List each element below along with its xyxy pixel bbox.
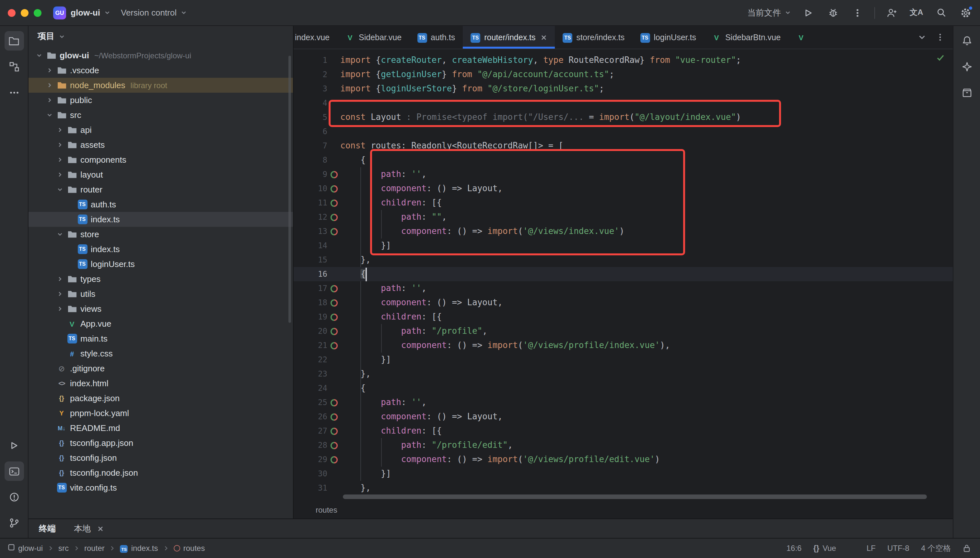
horizontal-scrollbar[interactable]	[343, 494, 927, 499]
line-number[interactable]: 10	[294, 181, 327, 196]
more-actions-button[interactable]	[850, 5, 865, 20]
close-window-button[interactable]	[8, 9, 16, 16]
project-tree-scrollbar[interactable]	[289, 56, 291, 323]
tree-item-tsconfig-app-json[interactable]: {}tsconfig.app.json	[28, 435, 293, 450]
code-line-18[interactable]: 18 component: () => Layout,	[294, 295, 953, 310]
minimize-window-button[interactable]	[21, 9, 28, 16]
gutter-marker-icon[interactable]	[327, 324, 340, 338]
tree-item-index-ts[interactable]: TSindex.ts	[28, 212, 293, 227]
tree-item-glow-ui[interactable]: glow-ui~/WebstormProjects/glow-ui	[28, 48, 293, 63]
indent-widget[interactable]: 4 个空格	[921, 543, 951, 554]
line-number[interactable]: 15	[294, 253, 327, 267]
gutter-marker-icon[interactable]	[327, 424, 340, 438]
dependencies-tool-window-icon[interactable]	[957, 83, 977, 102]
terminal-tab-local[interactable]: 本地	[67, 523, 110, 534]
line-number[interactable]: 17	[294, 281, 327, 295]
code-line-21[interactable]: 21 component: () => import('@/views/prof…	[294, 338, 953, 353]
line-number[interactable]: 20	[294, 324, 327, 338]
close-icon[interactable]	[97, 525, 104, 532]
tree-item-app-vue[interactable]: VApp.vue	[28, 316, 293, 331]
gutter-marker-icon[interactable]	[327, 438, 340, 452]
inspections-ok-check-icon[interactable]	[936, 53, 945, 64]
chevron-right-icon[interactable]	[54, 141, 66, 148]
readonly-lock-icon[interactable]	[962, 544, 971, 553]
code-line-16[interactable]: 16 {	[294, 267, 953, 281]
notifications-bell-icon[interactable]	[957, 31, 977, 51]
code-line-27[interactable]: 27 children: [{	[294, 424, 953, 438]
project-panel-header[interactable]: 项目	[28, 26, 293, 47]
run-button[interactable]	[801, 5, 816, 20]
line-number[interactable]: 9	[294, 167, 327, 181]
gutter-marker-icon[interactable]	[327, 181, 340, 196]
chevron-down-icon[interactable]	[34, 52, 45, 59]
close-tab-icon[interactable]	[541, 34, 547, 41]
chevron-right-icon[interactable]	[54, 126, 66, 133]
tree-item-main-ts[interactable]: TSmain.ts	[28, 331, 293, 346]
project-tool-window-button[interactable]	[4, 31, 24, 51]
tree-item-layout[interactable]: layout	[28, 167, 293, 182]
tab-loginuser-ts[interactable]: TSloginUser.ts	[632, 26, 704, 49]
code-line-25[interactable]: 25 path: '',	[294, 396, 953, 410]
code-line-24[interactable]: 24 {	[294, 381, 953, 396]
tree-item-store[interactable]: store	[28, 227, 293, 242]
tree-item-utils[interactable]: utils	[28, 286, 293, 301]
line-number[interactable]: 13	[294, 224, 327, 238]
ai-assistant-icon[interactable]	[957, 57, 977, 77]
tree-item-vscode[interactable]: .vscode	[28, 63, 293, 78]
line-number[interactable]: 12	[294, 210, 327, 224]
line-number[interactable]: 28	[294, 438, 327, 452]
tree-item-gitignore[interactable]: ⊘.gitignore	[28, 361, 293, 376]
search-everywhere-button[interactable]	[933, 5, 949, 20]
line-number[interactable]: 24	[294, 381, 327, 396]
line-number[interactable]: 1	[294, 53, 327, 67]
line-number[interactable]: 29	[294, 452, 327, 467]
tree-item-auth-ts[interactable]: TSauth.ts	[28, 197, 293, 212]
line-number[interactable]: 27	[294, 424, 327, 438]
line-number[interactable]: 6	[294, 125, 327, 139]
chevron-right-icon[interactable]	[44, 67, 55, 74]
code-line-22[interactable]: 22 }]	[294, 353, 953, 367]
tree-item-tsconfig-node-json[interactable]: {}tsconfig.node.json	[28, 465, 293, 480]
chevron-down-icon[interactable]	[44, 112, 55, 118]
line-number[interactable]: 25	[294, 396, 327, 410]
chevron-down-icon[interactable]	[54, 186, 66, 193]
run-tool-window-button[interactable]	[4, 435, 24, 455]
line-number[interactable]: 2	[294, 67, 327, 82]
tab-options-kebab-icon[interactable]	[932, 30, 947, 45]
tree-item-tsconfig-json[interactable]: {}tsconfig.json	[28, 450, 293, 465]
zoom-window-button[interactable]	[34, 9, 41, 16]
tree-item-api[interactable]: api	[28, 123, 293, 138]
tree-item-style-css[interactable]: #style.css	[28, 346, 293, 361]
chevron-right-icon[interactable]	[54, 290, 66, 297]
line-number[interactable]: 8	[294, 153, 327, 167]
tree-item-router[interactable]: router	[28, 182, 293, 197]
project-selector[interactable]: glow-ui	[71, 8, 110, 18]
tree-item-readme-md[interactable]: M↓README.md	[28, 420, 293, 435]
more-tool-windows-button[interactable]	[4, 83, 24, 102]
run-configuration-selector[interactable]: 当前文件	[747, 7, 791, 18]
tab-auth-ts[interactable]: TSauth.ts	[409, 26, 463, 49]
tree-item-vite-config-ts[interactable]: TSvite.config.ts	[28, 480, 293, 495]
gutter-marker-icon[interactable]	[327, 338, 340, 353]
gutter-marker-icon[interactable]	[327, 167, 340, 181]
tab-store-index-ts[interactable]: TSstore/index.ts	[555, 26, 633, 49]
code-line-30[interactable]: 30 }]	[294, 467, 953, 481]
tree-item-pnpm-lock-yaml[interactable]: Ypnpm-lock.yaml	[28, 406, 293, 420]
chevron-right-icon[interactable]	[54, 305, 66, 312]
gutter-marker-icon[interactable]	[327, 452, 340, 467]
code-line-29[interactable]: 29 component: () => import('@/views/prof…	[294, 452, 953, 467]
breadcrumb-src[interactable]: src	[58, 544, 69, 553]
tree-item-views[interactable]: views	[28, 301, 293, 316]
tab-sidebar-vue[interactable]: VSidebar.vue	[337, 26, 409, 49]
gutter-marker-icon[interactable]	[327, 396, 340, 410]
vue-service-widget[interactable]: {} Vue	[813, 544, 836, 553]
terminal-title[interactable]: 终端	[28, 523, 67, 534]
line-number[interactable]: 31	[294, 481, 327, 495]
gutter-marker-icon[interactable]	[327, 224, 340, 238]
code-line-26[interactable]: 26 component: () => Layout,	[294, 410, 953, 424]
gutter-marker-icon[interactable]	[327, 295, 340, 310]
chevron-right-icon[interactable]	[44, 97, 55, 104]
caret-position-widget[interactable]: 16:6	[786, 544, 802, 553]
breadcrumb-glow-ui[interactable]: glow-ui	[8, 544, 43, 553]
line-number[interactable]: 26	[294, 410, 327, 424]
